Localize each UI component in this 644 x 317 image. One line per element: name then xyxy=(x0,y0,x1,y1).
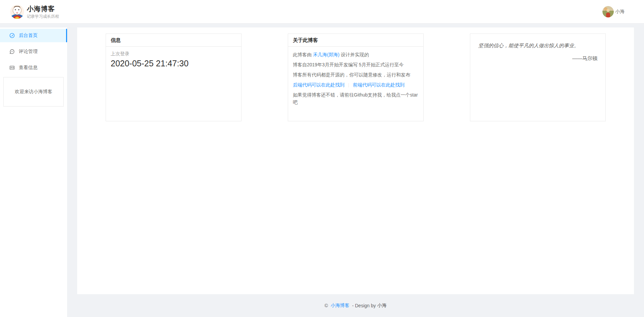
site-logo[interactable] xyxy=(10,5,24,19)
designer-name: 小海 xyxy=(377,303,386,309)
last-login-value: 2020-05-25 21:47:30 xyxy=(111,59,236,68)
about-line-star: 如果觉得博客还不错，请前往Github支持我，给我点一个star吧 xyxy=(293,91,419,106)
idcard-icon xyxy=(9,65,15,70)
user-name: 小海 xyxy=(615,9,625,15)
about-line-links: 后端代码可以在此处找到前端代码可以在此处找到 xyxy=(293,81,419,88)
footer-site-link[interactable]: 小海博客 xyxy=(331,303,350,309)
cards-row: 信息 上次登录 2020-05-25 21:47:30 关于此博客 此博客由 禾… xyxy=(77,27,634,121)
backend-code-link[interactable]: 后端代码可以在此处找到 xyxy=(293,82,344,87)
app-header: 小海博客 记录学习成长历程 小海 xyxy=(0,0,644,23)
quote-author: ——马尔顿 xyxy=(478,55,597,62)
about-card: 关于此博客 此博客由 禾几海(郑海) 设计并实现的 博客自2019年3月开始开发… xyxy=(288,34,424,121)
sidebar-item-label: 后台首页 xyxy=(19,33,38,39)
about-line-history: 博客自2019年3月开始开发编写 5月开始正式运行至今 xyxy=(293,61,419,68)
last-login-label: 上次登录 xyxy=(111,51,236,57)
quote-card: 坚强的信心，能使平凡的人做出惊人的事业。 ——马尔顿 xyxy=(470,34,606,121)
sidebar-item-comments[interactable]: 评论管理 xyxy=(0,45,67,58)
sidebar-menu: 后台首页 评论管理 查看信息 xyxy=(0,27,67,74)
dashboard-icon xyxy=(9,33,15,38)
welcome-card: 欢迎来访小海博客 xyxy=(3,77,64,107)
user-avatar xyxy=(602,6,614,17)
quote-text: 坚强的信心，能使平凡的人做出惊人的事业。 xyxy=(478,42,597,49)
comment-icon xyxy=(9,49,15,54)
site-title: 小海博客 xyxy=(27,4,55,13)
main-content: 信息 上次登录 2020-05-25 21:47:30 关于此博客 此博客由 禾… xyxy=(77,27,634,294)
copyright-text: © xyxy=(325,303,329,308)
sidebar: 后台首页 评论管理 查看信息 xyxy=(0,27,67,317)
info-card-title: 信息 xyxy=(106,34,241,47)
sidebar-item-dashboard[interactable]: 后台首页 xyxy=(0,29,67,42)
about-line-author: 此博客由 禾几海(郑海) 设计并实现的 xyxy=(293,51,419,58)
about-card-title: 关于此博客 xyxy=(288,34,423,47)
author-link[interactable]: 禾几海(郑海) xyxy=(313,52,339,57)
sidebar-item-label: 查看信息 xyxy=(19,65,38,71)
frontend-code-link[interactable]: 前端代码可以在此处找到 xyxy=(353,82,405,87)
logo-cartoon-icon xyxy=(10,5,24,19)
user-menu[interactable]: 小海 xyxy=(602,0,625,23)
about-line-opensource: 博客所有代码都是开源的，你可以随意修改，运行和发布 xyxy=(293,71,419,78)
info-card: 信息 上次登录 2020-05-25 21:47:30 xyxy=(106,34,241,121)
vertical-divider xyxy=(348,83,349,87)
sidebar-item-label: 评论管理 xyxy=(19,49,38,55)
sidebar-item-profile[interactable]: 查看信息 xyxy=(0,61,67,74)
site-subtitle: 记录学习成长历程 xyxy=(27,14,59,19)
page-footer: © 小海博客 - Design by 小海 xyxy=(77,294,634,317)
welcome-text: 欢迎来访小海博客 xyxy=(15,89,52,95)
